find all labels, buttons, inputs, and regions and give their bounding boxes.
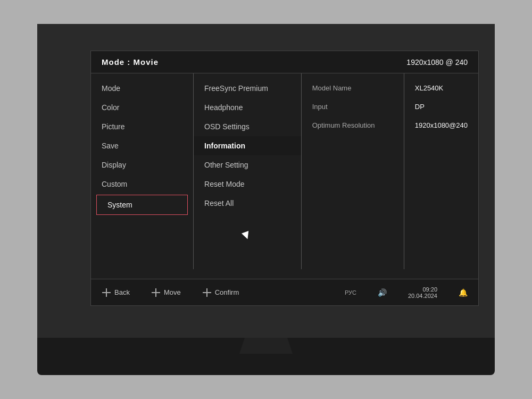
- submenu-other[interactable]: Other Setting: [194, 155, 301, 174]
- time-display: 09:20 20.04.2024: [408, 286, 437, 299]
- move-button[interactable]: Move: [151, 288, 181, 297]
- monitor-base: [213, 354, 319, 360]
- info-label-model: Model Name: [302, 79, 404, 97]
- menu-item-color[interactable]: Color: [91, 98, 193, 117]
- osd-overlay: Mode : Movie 1920x1080 @ 240 Mode Color …: [90, 51, 479, 306]
- monitor-stand: [239, 338, 293, 354]
- submenu-freesync[interactable]: FreeSync Premium: [194, 79, 301, 98]
- menu-item-picture[interactable]: Picture: [91, 117, 193, 136]
- submenu-information[interactable]: Information: [194, 136, 301, 155]
- osd-body: Mode Color Picture Save Display Custom S…: [91, 73, 478, 269]
- move-icon: [151, 288, 161, 297]
- menu-item-save[interactable]: Save: [91, 136, 193, 155]
- submenu-reset-mode[interactable]: Reset Mode: [194, 174, 301, 194]
- sub-menu: FreeSync Premium Headphone OSD Settings …: [194, 73, 302, 269]
- confirm-button[interactable]: Confirm: [202, 288, 239, 297]
- back-label: Back: [114, 288, 130, 296]
- submenu-osd[interactable]: OSD Settings: [194, 117, 301, 136]
- menu-item-mode[interactable]: Mode: [91, 79, 193, 98]
- move-label: Move: [164, 288, 181, 296]
- back-button[interactable]: Back: [102, 288, 130, 297]
- menu-item-display[interactable]: Display: [91, 155, 193, 174]
- monitor: Mode : Movie 1920x1080 @ 240 Mode Color …: [37, 24, 495, 375]
- info-value-input: DP: [404, 97, 478, 116]
- submenu-reset-all[interactable]: Reset All: [194, 194, 301, 213]
- mode-display: Mode : Movie: [102, 57, 159, 66]
- bell-icon: 🔔: [459, 288, 468, 297]
- confirm-icon: [202, 288, 212, 297]
- resolution-display: 1920x1080 @ 240: [406, 58, 468, 66]
- confirm-label: Confirm: [215, 288, 239, 296]
- osd-header: Mode : Movie 1920x1080 @ 240: [91, 51, 478, 73]
- info-values: XL2540K DP 1920x1080@240: [404, 73, 478, 269]
- menu-item-custom[interactable]: Custom: [91, 174, 193, 194]
- submenu-headphone[interactable]: Headphone: [194, 98, 301, 117]
- info-value-resolution: 1920x1080@240: [404, 116, 478, 135]
- language-indicator: РУС: [345, 289, 356, 296]
- screen: Mode : Movie 1920x1080 @ 240 Mode Color …: [37, 24, 495, 338]
- back-icon: [102, 288, 111, 297]
- main-menu: Mode Color Picture Save Display Custom S…: [91, 73, 194, 269]
- info-value-model: XL2540K: [404, 79, 478, 97]
- speaker-icon: 🔊: [378, 288, 387, 297]
- menu-item-system[interactable]: System: [96, 195, 188, 215]
- osd-footer: Back Move Confirm РУС: [91, 279, 478, 305]
- info-label-resolution: Optimum Resolution: [302, 116, 404, 135]
- info-label-input: Input: [302, 97, 404, 116]
- info-labels: Model Name Input Optimum Resolution: [302, 73, 404, 269]
